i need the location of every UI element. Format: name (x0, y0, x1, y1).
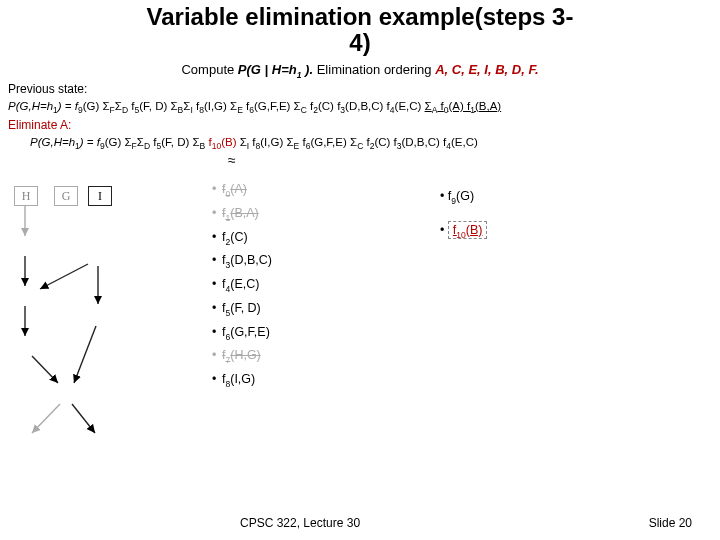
new-lhs: P(G,H=h (30, 136, 75, 148)
factor-row-10: • f10(B) (440, 214, 487, 248)
subtitle-prefix: Compute (181, 62, 237, 77)
subtitle-pg-close: ). (302, 62, 314, 77)
factor-row-9: • f9(G) (440, 180, 487, 214)
psE: E (237, 105, 243, 115)
nsI: I (247, 141, 249, 151)
factor-row-2: •f2(C) (212, 226, 272, 250)
psI: I (190, 105, 192, 115)
subtitle-pg: P(G | H=h (238, 62, 297, 77)
title-line-2: 4) (349, 29, 370, 56)
nf10s: 10 (212, 141, 221, 151)
nf2a: (C) f (374, 136, 396, 148)
nf9a: (G) (105, 136, 125, 148)
fr8a: (I,G) (230, 372, 255, 386)
nf6a: (G,F,E) (310, 136, 350, 148)
fr1a: (B,A) (230, 206, 258, 220)
subtitle-elim-text: Elimination ordering (317, 62, 436, 77)
nsE: E (294, 141, 300, 151)
nf4a: (E,C) (451, 136, 478, 148)
psB: B (178, 105, 184, 115)
fr10a: (B) (466, 223, 483, 237)
pf0a: (A) f (448, 100, 470, 112)
nf3a: (D,B,C) f (401, 136, 446, 148)
previous-state-label: Previous state: (8, 82, 87, 96)
fr10s: 10 (456, 229, 465, 239)
slide-subtitle: Compute P(G | H=h1 ). Elimination orderi… (0, 62, 720, 80)
title-line-1: Variable elimination example(steps 3- (147, 3, 574, 30)
psC: C (301, 105, 307, 115)
factor-row-8: •f8(I,G) (212, 368, 272, 392)
nsF: F (132, 141, 137, 151)
subtitle-ordering: A, C, E, I, B, D, F. (435, 62, 538, 77)
prev-lhs-rest: ) = f (58, 100, 78, 112)
svg-line-8 (72, 404, 95, 433)
new-factor-list: • f9(G) • f10(B) (440, 180, 487, 247)
fr2a: (C) (230, 230, 247, 244)
factor-row-5: •f5(F, D) (212, 297, 272, 321)
pf4a: (E,C) (395, 100, 425, 112)
node-I: I (88, 186, 112, 206)
node-G: G (54, 186, 78, 206)
fr7a: (H,G) (230, 348, 261, 362)
nsD: D (144, 141, 150, 151)
factor-list: •f0(A) •f1(B,A) •f2(C) •f3(D,B,C) •f4(E,… (212, 178, 272, 392)
svg-line-2 (40, 264, 88, 289)
pf1a: (B,A) (475, 100, 501, 112)
pf2a: (C) f (318, 100, 340, 112)
fr5a: (F, D) (230, 301, 261, 315)
pf6a: (G,F,E) (254, 100, 294, 112)
nsB: B (200, 141, 206, 151)
slide-root: Variable elimination example(steps 3- 4)… (0, 0, 720, 540)
svg-line-6 (74, 326, 96, 383)
equation-previous: P(G,H=h1) = f9(G) ΣFΣD f5(F, D) ΣBΣI f8(… (8, 100, 501, 115)
equation-new: P(G,H=h1) = f9(G) ΣFΣD f5(F, D) ΣB f10(B… (30, 136, 478, 151)
svg-line-5 (32, 356, 58, 383)
pf5a: (F, D) (139, 100, 170, 112)
prev-lhs: P(G,H=h (8, 100, 53, 112)
psD: D (122, 105, 128, 115)
factor-row-1: •f1(B,A) (212, 202, 272, 226)
svg-line-7 (32, 404, 60, 433)
factor-row-7: •f7(H,G) (212, 344, 272, 368)
nf10a: (B) (221, 136, 240, 148)
nsC: C (357, 141, 363, 151)
psA: A (432, 105, 438, 115)
fr6a: (G,F,E) (230, 325, 270, 339)
factor-row-4: •f4(E,C) (212, 273, 272, 297)
nf5a: (F, D) (161, 136, 192, 148)
fr3a: (D,B,C) (230, 253, 272, 267)
eliminate-a-label: Eliminate A: (8, 118, 71, 132)
factor-row-0: •f0(A) (212, 178, 272, 202)
fr0a: (A) (230, 182, 247, 196)
pf8a: (I,G) (204, 100, 230, 112)
factor-row-6: •f6(G,F,E) (212, 321, 272, 345)
fr4a: (E,C) (230, 277, 259, 291)
nf8a: (I,G) (260, 136, 286, 148)
psF: F (110, 105, 115, 115)
slide-title: Variable elimination example(steps 3- 4) (0, 4, 720, 57)
graph-edges (10, 186, 190, 486)
fr9a: (G) (456, 189, 474, 203)
bayes-net-graph: A B C D E F G H I (10, 186, 190, 486)
pf9a: (G) (83, 100, 103, 112)
new-lhs-rest: ) = f (80, 136, 100, 148)
footer-slide-number: Slide 20 (649, 516, 692, 530)
node-H: H (14, 186, 38, 206)
pf3a: (D,B,C) f (345, 100, 390, 112)
approx-mark-icon: ≈ (228, 152, 236, 168)
factor-row-3: •f3(D,B,C) (212, 249, 272, 273)
footer-course: CPSC 322, Lecture 30 (240, 516, 360, 530)
